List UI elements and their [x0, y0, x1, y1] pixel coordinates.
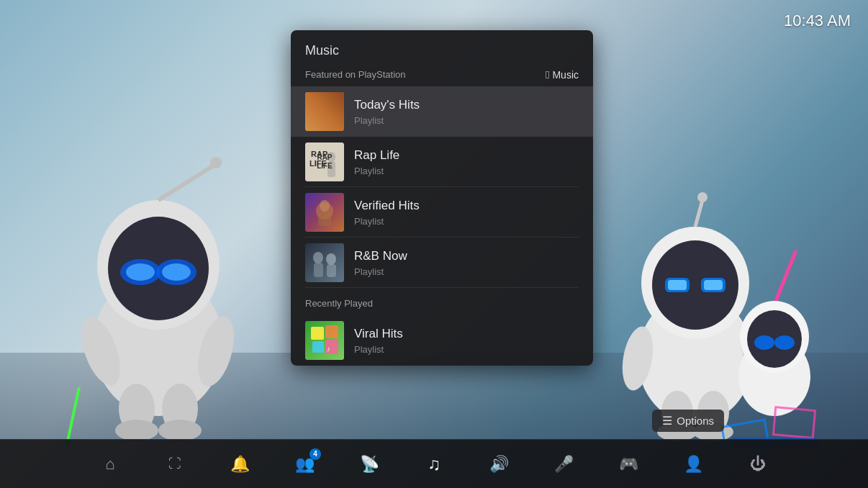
time-display: 10:43 AM — [784, 12, 851, 30]
playlist-type-rap-life: Playlist — [354, 166, 399, 176]
svg-rect-40 — [305, 92, 344, 131]
taskbar: ⌂ ⛶ 🔔 👥 4 📡 ♫ 🔊 🎤 🎮 👤 ⏻ — [0, 439, 868, 488]
svg-point-5 — [126, 263, 155, 281]
playlist-info-viral-hits: Viral Hits Playlist — [354, 327, 403, 355]
taskbar-music[interactable]: ♫ — [402, 440, 466, 489]
svg-point-53 — [320, 200, 330, 212]
playlist-item-viral-hits[interactable]: ♪ Viral Hits Playlist — [291, 315, 593, 366]
playlist-type-viral-hits: Playlist — [354, 344, 403, 355]
album-art-verified-hits — [305, 193, 344, 232]
svg-point-35 — [754, 335, 774, 350]
broadcast-icon: 📡 — [360, 455, 379, 474]
svg-rect-22 — [704, 280, 723, 290]
power-icon: ⏻ — [750, 455, 766, 474]
svg-line-7 — [158, 164, 216, 200]
recently-played-label: Recently Played — [305, 298, 373, 309]
taskbar-power[interactable]: ⏻ — [725, 440, 790, 489]
playlist-item-verified-hits[interactable]: Verified Hits Playlist — [291, 187, 593, 238]
options-label: Options — [677, 415, 714, 427]
svg-point-58 — [326, 253, 336, 265]
playlist-item-todays-hits[interactable]: Today's Hits Playlist — [291, 86, 593, 137]
svg-point-42 — [314, 101, 325, 115]
svg-rect-21 — [668, 280, 687, 290]
profile-icon: 👤 — [684, 455, 703, 474]
svg-point-56 — [313, 252, 323, 263]
playlist-item-rap-life[interactable]: RAP LIFE Rap Life Playlist — [291, 137, 593, 187]
playlist-name-rnb-now: R&B Now — [354, 249, 407, 263]
svg-rect-61 — [311, 327, 324, 340]
album-art-viral-hits: ♪ — [305, 321, 344, 360]
svg-rect-41 — [305, 92, 344, 131]
options-icon: ☰ — [662, 414, 672, 428]
svg-text:♪: ♪ — [327, 345, 330, 353]
playlist-info-rap-life: Rap Life Playlist — [354, 148, 399, 176]
svg-rect-44 — [315, 114, 325, 127]
bell-icon: 🔔 — [230, 455, 250, 474]
playlist-info-rnb-now: R&B Now Playlist — [354, 249, 407, 277]
taskbar-controller[interactable]: 🎮 — [596, 440, 661, 489]
apple-icon:  — [546, 68, 549, 81]
svg-rect-59 — [327, 264, 336, 277]
svg-line-10 — [58, 387, 79, 445]
mic-icon: 🎤 — [554, 455, 574, 474]
svg-text:RAP: RAP — [311, 150, 327, 158]
album-art-rnb-now — [305, 243, 344, 282]
panel-title: Music — [291, 30, 593, 64]
taskbar-notifications[interactable]: 🔔 — [207, 440, 272, 489]
taskbar-mic[interactable]: 🎤 — [531, 440, 596, 489]
volume-icon: 🔊 — [489, 455, 509, 474]
svg-text:LIFE: LIFE — [309, 159, 327, 168]
apple-music-text: Music — [552, 69, 579, 81]
svg-rect-57 — [314, 263, 323, 277]
music-panel: Music Featured on PlayStation  Music — [291, 30, 593, 366]
playlist-item-rnb-now[interactable]: R&B Now Playlist — [291, 238, 593, 288]
playlist-info-verified-hits: Verified Hits Playlist — [354, 199, 420, 227]
svg-line-23 — [695, 200, 702, 227]
playlist-type-rnb-now: Playlist — [354, 266, 407, 277]
svg-rect-63 — [312, 341, 324, 353]
options-button[interactable]: ☰ Options — [652, 410, 724, 432]
taskbar-search[interactable]: ⛶ — [143, 440, 207, 489]
controller-icon: 🎮 — [619, 455, 638, 474]
taskbar-friends[interactable]: 👥 4 — [272, 440, 337, 489]
svg-point-14 — [115, 420, 158, 441]
svg-point-34 — [747, 310, 802, 368]
playlist-name-viral-hits: Viral Hits — [354, 327, 403, 341]
friends-badge: 4 — [309, 448, 321, 460]
search-icon: ⛶ — [168, 456, 181, 471]
taskbar-media[interactable]: 📡 — [337, 440, 402, 489]
playlist-name-todays-hits: Today's Hits — [354, 98, 420, 112]
taskbar-volume[interactable]: 🔊 — [466, 440, 531, 489]
svg-point-49 — [327, 152, 335, 162]
svg-rect-62 — [325, 325, 338, 338]
album-art-rap-life: RAP LIFE — [305, 143, 344, 181]
featured-label: Featured on PlayStation — [305, 69, 405, 80]
album-art-todays-hits — [305, 92, 344, 131]
svg-rect-45 — [326, 115, 335, 127]
playlist-type-todays-hits: Playlist — [354, 115, 420, 126]
playlist-name-rap-life: Rap Life — [354, 148, 399, 163]
svg-rect-55 — [305, 243, 344, 282]
svg-point-36 — [774, 335, 795, 350]
svg-point-24 — [697, 192, 707, 202]
robot-left — [43, 143, 273, 445]
apple-music-logo:  Music — [546, 68, 579, 81]
featured-header: Featured on PlayStation  Music — [291, 64, 593, 86]
playlist-name-verified-hits: Verified Hits — [354, 199, 420, 213]
recently-played-section: Recently Played — [291, 288, 593, 315]
taskbar-profile[interactable]: 👤 — [661, 440, 725, 489]
svg-point-43 — [325, 103, 335, 116]
svg-point-15 — [158, 420, 202, 441]
svg-rect-54 — [318, 212, 331, 226]
home-icon: ⌂ — [105, 455, 114, 474]
svg-point-6 — [162, 263, 191, 281]
playlist-type-verified-hits: Playlist — [354, 216, 420, 227]
svg-rect-50 — [327, 161, 335, 177]
playlist-info-todays-hits: Today's Hits Playlist — [354, 98, 420, 126]
taskbar-home[interactable]: ⌂ — [78, 440, 143, 489]
svg-point-8 — [210, 157, 222, 168]
music-icon: ♫ — [428, 454, 440, 474]
